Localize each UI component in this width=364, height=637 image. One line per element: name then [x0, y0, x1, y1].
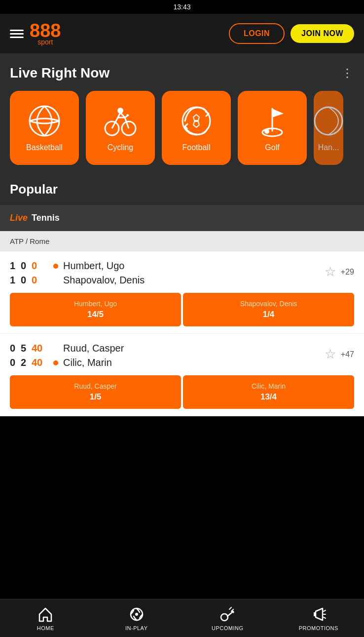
player-row-3: 0 5 40 Ruud, Casper — [10, 343, 124, 354]
nav-label-promotions: PROMOTIONS — [299, 625, 338, 631]
score-3: 0 — [32, 260, 40, 272]
player-name-4: Cilic, Marin — [63, 357, 112, 368]
score-4: 1 — [10, 275, 19, 286]
sport-label-football: Football — [182, 143, 211, 152]
sport-label-basketball: Basketball — [26, 143, 63, 152]
bet-button-humbert[interactable]: Humbert, Ugo 14/5 — [10, 293, 181, 326]
svg-marker-8 — [272, 109, 284, 118]
sport-label-handball: Han... — [318, 143, 339, 152]
basketball-icon — [27, 104, 62, 138]
football-icon — [179, 104, 214, 138]
inplay-icon — [129, 606, 145, 622]
svg-point-0 — [30, 106, 59, 136]
nav-label-home: HOME — [37, 625, 54, 631]
favourite-star-1[interactable]: ☆ — [325, 264, 336, 279]
popular-section: Popular — [0, 175, 364, 205]
live-right-now-title: Live Right Now — [10, 65, 109, 81]
player-row-1: 1 0 0 Humbert, Ugo — [10, 260, 145, 272]
login-button[interactable]: LOGIN — [229, 23, 285, 44]
score-12: 40 — [32, 357, 42, 368]
match-scores-1: 1 0 0 Humbert, Ugo 1 0 0 Shapovalov, D — [10, 260, 145, 286]
nav-item-home[interactable]: HOME — [0, 599, 91, 637]
score-10: 0 — [10, 357, 19, 368]
score-nums-p3: 0 5 40 — [10, 343, 49, 354]
live-right-now-header: Live Right Now ⋮ — [10, 65, 354, 81]
sport-card-cycling[interactable]: Cycling — [86, 91, 155, 165]
favourite-star-2[interactable]: ☆ — [325, 347, 336, 362]
nav-item-upcoming[interactable]: UPCOMING — [182, 599, 273, 637]
sport-card-basketball[interactable]: Basketball — [10, 91, 79, 165]
live-tennis-bar: Live Tennis — [0, 205, 364, 231]
serving-dot-p1 — [53, 264, 58, 269]
svg-line-15 — [324, 610, 326, 611]
match-row-2: 0 5 40 Ruud, Casper 0 2 40 Cilic, Mari — [0, 334, 364, 416]
svg-point-10 — [264, 129, 269, 134]
score-9: 40 — [32, 343, 42, 354]
sport-label-golf: Golf — [265, 143, 279, 152]
sport-label-cycling: Cycling — [108, 143, 133, 152]
score-nums-p2: 1 0 0 — [10, 275, 49, 286]
sport-card-football[interactable]: Football — [162, 91, 231, 165]
player-name-3: Ruud, Casper — [63, 343, 124, 354]
nav-item-inplay[interactable]: IN-PLAY — [91, 599, 182, 637]
score-2: 0 — [21, 260, 30, 272]
tennis-sport-label: Tennis — [32, 213, 60, 223]
plus-count-1: +29 — [341, 268, 354, 277]
svg-line-17 — [324, 617, 326, 618]
match-section: ATP / Rome 1 0 0 Humbert, Ugo 1 — [0, 231, 364, 416]
cycling-icon — [103, 104, 138, 138]
status-time: 13:43 — [173, 3, 190, 11]
handball-icon — [314, 104, 343, 138]
home-icon — [37, 606, 53, 622]
svg-point-14 — [221, 614, 228, 621]
sport-icons-row: Basketball Cycling — [10, 91, 354, 165]
score-1: 1 — [10, 260, 19, 272]
score-8: 5 — [21, 343, 30, 354]
header-right: LOGIN JOIN NOW — [229, 23, 354, 44]
plus-count-2: +47 — [341, 350, 354, 359]
nav-label-upcoming: UPCOMING — [212, 625, 244, 631]
match-group-label: ATP / Rome — [0, 231, 364, 251]
menu-icon[interactable] — [10, 30, 24, 38]
player-name-1: Humbert, Ugo — [63, 260, 125, 272]
bet-button-shapovalov[interactable]: Shapovalov, Denis 1/4 — [183, 293, 354, 326]
player-row-4: 0 2 40 Cilic, Marin — [10, 357, 124, 368]
header: 888 sport LOGIN JOIN NOW — [0, 14, 364, 53]
score-11: 2 — [21, 357, 30, 368]
score-6: 0 — [32, 275, 40, 286]
promotions-icon — [311, 606, 327, 622]
nav-item-promotions[interactable]: PROMOTIONS — [273, 599, 364, 637]
player-name-2: Shapovalov, Denis — [63, 275, 145, 286]
score-nums-p4: 0 2 40 — [10, 357, 49, 368]
score-nums-p1: 1 0 0 — [10, 260, 49, 272]
live-label: Live — [10, 213, 28, 223]
player-row-2: 1 0 0 Shapovalov, Denis — [10, 275, 145, 286]
svg-point-3 — [117, 108, 123, 114]
bet-button-ruud[interactable]: Ruud, Casper 1/5 — [10, 375, 181, 409]
more-options-icon[interactable]: ⋮ — [341, 66, 354, 80]
bottom-nav: HOME IN-PLAY UPCOMING — [0, 599, 364, 637]
svg-marker-5 — [193, 115, 199, 120]
logo-888: 888 — [30, 21, 61, 40]
bet-buttons-1: Humbert, Ugo 14/5 Shapovalov, Denis 1/4 — [10, 293, 354, 326]
no-serving-dot — [53, 278, 58, 283]
join-button[interactable]: JOIN NOW — [291, 24, 354, 43]
svg-point-13 — [135, 613, 138, 616]
sport-card-handball[interactable]: Han... — [314, 91, 343, 165]
serving-dot-p2 — [53, 360, 58, 365]
no-serving-dot-2 — [53, 346, 58, 351]
svg-marker-6 — [193, 121, 199, 127]
score-7: 0 — [10, 343, 19, 354]
bet-buttons-2: Ruud, Casper 1/5 Cilic, Marin 13/4 — [10, 375, 354, 409]
match-scores-2: 0 5 40 Ruud, Casper 0 2 40 Cilic, Mari — [10, 343, 124, 368]
live-right-now-section: Live Right Now ⋮ Basketball — [0, 53, 364, 175]
popular-title: Popular — [10, 182, 354, 205]
bet-button-cilic[interactable]: Cilic, Marin 13/4 — [183, 375, 354, 409]
status-bar: 13:43 — [0, 0, 364, 14]
sport-card-golf[interactable]: Golf — [238, 91, 307, 165]
match-row: 1 0 0 Humbert, Ugo 1 0 0 Shapovalov, D — [0, 251, 364, 334]
header-left: 888 sport — [10, 21, 61, 46]
logo-wrap: 888 sport — [30, 21, 61, 46]
golf-icon — [255, 104, 290, 138]
nav-label-inplay: IN-PLAY — [125, 625, 147, 631]
